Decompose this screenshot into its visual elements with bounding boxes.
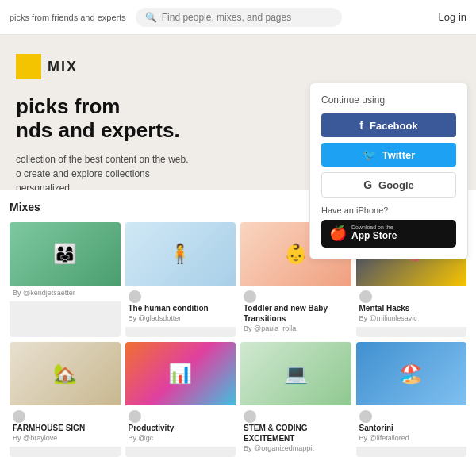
app-store-button[interactable]: 🍎 Download on the App Store [321,220,456,248]
hero-headline-line2: nds and experts. [16,118,180,142]
card-info: Toddler and new Baby TransitionsBy @paul… [240,286,351,337]
card-title: STEM & CODING EXCITEMENT [244,423,348,443]
facebook-icon: f [359,119,363,132]
card-title: Productivity [129,423,233,433]
mixes-label: Mixes [10,201,40,213]
app-store-big-text: App Store [351,230,397,243]
card-image: 📊 [125,342,236,405]
card-info: The human conditionBy @gladsdotter [125,286,236,327]
search-input[interactable] [162,12,332,23]
search-icon: 🔍 [145,12,157,23]
twitter-button[interactable]: 🐦 Twitter [321,143,456,167]
card-image: 🧍 [125,222,236,286]
card-author: By @braylove [13,434,117,442]
hero-section: MIX picks from nds and experts. collecti… [0,35,476,476]
card-avatar [129,290,141,303]
google-icon: G [363,178,372,191]
card-avatar [359,290,372,303]
iphone-label: Have an iPhone? [321,205,456,215]
logo-text: MIX [48,59,78,75]
card-title: The human condition [129,303,233,313]
hero-sub-line2: o create and explore collections persona… [16,168,150,194]
app-store-small-text: Download on the [351,225,397,230]
card-item[interactable]: 📊ProductivityBy @gc [125,342,236,457]
card-item[interactable]: 👨‍👩‍👧By @kendjetsaetter [10,222,121,337]
card-author: By @gc [129,434,233,442]
card-info: FARMHOUSE SIGNBy @braylove [10,405,121,447]
card-author: By @miliunlesavic [359,314,464,322]
card-info: ProductivityBy @gc [125,405,236,447]
login-button[interactable]: Log in [439,11,466,23]
card-info: STEM & CODING EXCITEMENTBy @organizedmap… [240,405,351,457]
facebook-label: Facebook [370,120,418,132]
card-title: Mental Hacks [359,303,464,313]
twitter-label: Twitter [382,149,416,161]
hero-headline-line1: picks from [16,94,121,118]
card-image: 🏖️ [356,342,467,405]
card-avatar [244,290,256,303]
header: picks from friends and experts 🔍 Log in [0,0,476,35]
card-info: SantoriniBy @lifetailored [356,405,467,447]
logo-area: MIX [16,54,460,79]
iphone-section: Have an iPhone? 🍎 Download on the App St… [321,205,456,248]
main-content: MIX picks from nds and experts. collecti… [0,35,476,476]
continue-title: Continue using [321,94,456,106]
card-author: By @organizedmappit [244,444,348,452]
apple-icon: 🍎 [329,225,347,242]
card-author: By @paula_rolla [244,324,348,332]
logo-square [16,54,41,79]
twitter-icon: 🐦 [363,148,376,161]
card-title: FARMHOUSE SIGN [13,423,117,433]
card-info: Mental HacksBy @miliunlesavic [356,286,467,327]
card-avatar [244,410,256,423]
card-author: By @kendjetsaetter [13,289,117,297]
card-avatar [129,410,141,423]
card-image: 💻 [240,342,351,405]
card-image: 🏡 [10,342,121,405]
card-avatar [13,410,25,423]
hero-subtext: collection of the best content on the we… [16,152,206,195]
card-image: 👨‍👩‍👧 [10,222,121,286]
card-item[interactable]: 🧍The human conditionBy @gladsdotter [125,222,236,337]
hero-sub-line1: collection of the best content on the we… [16,154,188,165]
continue-panel: Continue using f Facebook 🐦 Twitter G Go… [309,83,468,259]
card-item[interactable]: 💻STEM & CODING EXCITEMENTBy @organizedma… [240,342,351,457]
card-title: Toddler and new Baby Transitions [244,303,348,324]
card-avatar [359,410,372,423]
header-tagline: picks from friends and experts [10,13,126,22]
card-info: By @kendjetsaetter [10,286,121,301]
card-title: Santorini [359,423,464,433]
card-item[interactable]: 🏡FARMHOUSE SIGNBy @braylove [10,342,121,457]
search-bar[interactable]: 🔍 [136,8,342,27]
facebook-button[interactable]: f Facebook [321,113,456,137]
app-store-text: Download on the App Store [351,225,397,243]
google-button[interactable]: G Google [321,172,456,198]
card-author: By @gladsdotter [129,314,233,322]
card-author: By @lifetailored [359,434,464,442]
google-label: Google [378,179,414,191]
card-item[interactable]: 🏖️SantoriniBy @lifetailored [356,342,467,457]
